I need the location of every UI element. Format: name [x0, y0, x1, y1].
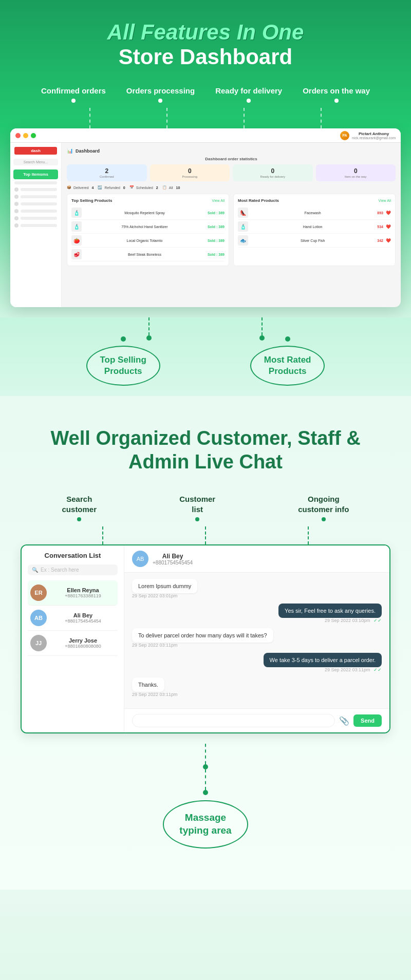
avatar-jerry: JJ — [30, 635, 47, 651]
conn-dashed-right — [261, 317, 263, 335]
annot-search-customer: Searchcustomer — [62, 494, 97, 521]
conn-dot-left — [146, 335, 152, 341]
product-name-4: Beef Steak Boneless — [84, 253, 205, 256]
sidebar-row-6 — [10, 215, 61, 222]
mockup-main: 📊 Dashboard Dashboard order statistics 2… — [62, 143, 401, 307]
msg-bubble-5: Thanks. — [132, 677, 164, 692]
chat-input-field[interactable] — [132, 714, 335, 727]
annotations-row: Confirmed orders Orders processing Ready… — [10, 86, 401, 103]
msg-received-1: Lorem Ipsum dummy — [132, 579, 382, 593]
most-rated-viewall[interactable]: View All — [379, 199, 391, 202]
msg-bubble-4: We take 3-5 days to deliver a parcel ord… — [264, 653, 382, 667]
chat-input-area: 📎 Send — [124, 708, 389, 732]
chat-messages: Lorem Ipsum dummy 29 Sep 2022 03:01pm Ye… — [124, 573, 389, 708]
product-row-3: 🍅 Local Organic Totamto Sold : 389 — [71, 234, 225, 248]
label-top-selling: Top SellingProducts — [86, 346, 160, 386]
msg-sent-2: Yes sir, Feel free to ask any queries. — [132, 604, 382, 618]
sidebar-logo: dash — [14, 147, 57, 155]
labels-row: Top SellingProducts Most RatedProducts — [0, 341, 411, 386]
stat-processing: 0 Processing — [150, 164, 230, 181]
chat-search-bar[interactable]: 🔍 Ex : Search here — [28, 564, 118, 575]
rated-thumb-1: 👠 — [238, 208, 248, 218]
sidebar-active[interactable]: Top Itemsms — [13, 169, 58, 179]
contact-jerry-jose[interactable]: JJ Jerry Jose +8801680808080 — [28, 631, 118, 656]
contact-info-ellen: Ellen Reyna +8801763388119 — [51, 587, 115, 598]
product-name-3: Local Organic Totamto — [84, 239, 205, 242]
connector-left — [146, 317, 152, 341]
msg-group-5: Thanks. 29 Sep 2022 03:11pm — [132, 677, 382, 697]
connector-right — [259, 317, 265, 341]
attach-icon[interactable]: 📎 — [339, 716, 349, 726]
product-sold-3: Sold : 389 — [208, 239, 225, 242]
contact-ellen-reyna[interactable]: ER Ellen Reyna +8801763388119 — [28, 580, 118, 606]
annot-ongoing-info: Ongoingcustomer info — [298, 494, 349, 521]
annot-customer-list: Customerlist — [179, 494, 215, 521]
refunded-item: ↩️ Refunded 0 — [98, 185, 125, 190]
sidebar-line-6 — [21, 217, 57, 220]
annotation-delivery: Ready for delivery — [215, 86, 282, 103]
heart-icon-3: ❤️ — [386, 238, 391, 243]
top-selling-viewall[interactable]: View All — [212, 199, 225, 202]
stats-cards: 2 Confirmed 0 Processing 0 Ready for del… — [67, 164, 396, 181]
chat-search-placeholder: Ex : Search here — [41, 567, 79, 573]
heart-icon-1: ❤️ — [386, 211, 391, 215]
annotation-confirmed: Confirmed orders — [41, 86, 106, 103]
user-avatar: PA — [340, 131, 349, 140]
avatar-ali: AB — [30, 610, 47, 626]
bottom-panels: Top Selling Products View All 🧴 Mosquito… — [67, 194, 396, 266]
most-rated-title: Most Rated Products — [238, 198, 279, 203]
annot-dashes-row — [21, 526, 390, 544]
minimize-dot — [23, 133, 28, 138]
product-name-2: 75% Alchohol Hand Sanitizer — [84, 225, 205, 229]
msg-time-2: 29 Sep 2022 03:10pm ✓✓ — [132, 618, 382, 623]
sidebar-line-2 — [21, 188, 57, 191]
bottom-dashed-v — [205, 744, 206, 764]
user-name: Pictart Anthony — [352, 131, 396, 136]
most-rated-panel: Most Rated Products View All 👠 Facewash … — [233, 194, 396, 266]
msg-group-3: To deliver parcel order how many days wi… — [132, 628, 382, 648]
rated-value-1: 893 — [377, 211, 383, 215]
msg-bubble-3: To deliver parcel order how many days wi… — [132, 628, 273, 643]
product-row-4: 🥩 Beef Steak Boneless Sold : 389 — [71, 248, 225, 261]
send-button[interactable]: Send — [353, 714, 382, 727]
contact-ali-bey[interactable]: AB Ali Bey +8801754545454 — [28, 606, 118, 631]
msg-bubble-2: Yes sir, Feel free to ask any queries. — [278, 604, 382, 618]
sidebar-row-4 — [10, 200, 61, 208]
contact-info-ali: Ali Bey +8801754545454 — [51, 612, 115, 624]
chat-header-avatar: AB — [132, 551, 148, 567]
avatar-ellen: ER — [30, 585, 47, 601]
bottom-dashed-v-2 — [205, 769, 206, 790]
msg-sent-4: We take 3-5 days to deliver a parcel ord… — [132, 653, 382, 667]
chat-header-name: Ali Bey — [153, 553, 193, 560]
annotation-onway: Orders on the way — [303, 86, 370, 103]
product-thumb-4: 🥩 — [71, 249, 82, 259]
stat-confirmed: 2 Confirmed — [67, 164, 147, 181]
maximize-dot — [31, 133, 36, 138]
chat-header-phone: +8801754545454 — [153, 560, 193, 566]
section2: Well Organized Customer, Staff & Admin L… — [0, 396, 411, 890]
chat-mockup: Conversation List 🔍 Ex : Search here ER … — [21, 544, 390, 733]
sidebar-line-4 — [21, 202, 57, 205]
delivered-item: 📦 Delivered 4 — [67, 185, 94, 190]
rated-value-2: 534 — [377, 225, 383, 229]
product-name-1: Mosquito Repelent Spray — [84, 211, 205, 215]
sidebar-line-3 — [21, 195, 57, 198]
contact-info-jerry: Jerry Jose +8801680808080 — [51, 637, 115, 649]
search-icon: 🔍 — [32, 567, 38, 573]
product-thumb-3: 🍅 — [71, 235, 82, 246]
tick-icon: ✓✓ — [373, 618, 382, 623]
most-rated-header: Most Rated Products View All — [238, 198, 391, 203]
hero-title-green: All Features In One — [10, 21, 401, 44]
delivered-row: 📦 Delivered 4 ↩️ Refunded 0 📅 Scheduled … — [67, 185, 396, 190]
sidebar-icon — [14, 202, 18, 206]
all-item: 📋 All 10 — [162, 185, 180, 190]
sidebar-row-3 — [10, 193, 61, 200]
sidebar-icon — [14, 216, 18, 220]
sidebar-row-7 — [10, 222, 61, 229]
massage-typing-label: Massagetyping area — [163, 800, 248, 848]
sidebar-row-5 — [10, 208, 61, 215]
page-title: 📊 Dashboard — [67, 148, 396, 154]
contact-name-jerry: Jerry Jose — [51, 637, 115, 644]
chat-annotations-row: Searchcustomer Customerlist Ongoingcusto… — [21, 494, 390, 521]
dashboard-mockup: PA Pictart Anthony nick.restaurant@gmail… — [10, 128, 401, 307]
